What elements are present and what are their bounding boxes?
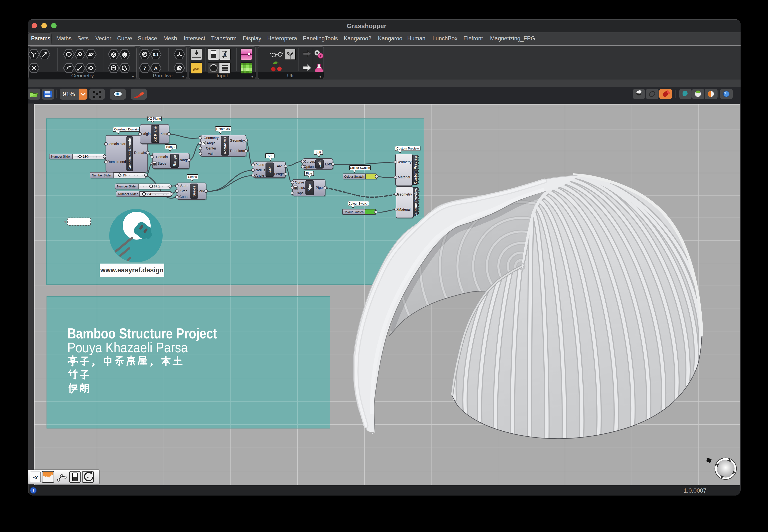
svg-text:Angle: Angle: [256, 173, 264, 177]
svg-text:PanelingTools: PanelingTools: [303, 35, 338, 42]
svg-text:Loft: Loft: [325, 162, 331, 166]
svg-text:Bamboo Structure Project: Bamboo Structure Project: [67, 325, 217, 342]
svg-text:180: 180: [83, 155, 88, 158]
svg-text:XZ Plane: XZ Plane: [148, 117, 161, 120]
svg-text:Mesh: Mesh: [163, 35, 177, 42]
svg-text:Pipe: Pipe: [306, 172, 312, 175]
svg-text:Elefront: Elefront: [463, 35, 483, 42]
svg-text:www.easyref.design: www.easyref.design: [100, 266, 164, 274]
svg-text:Kangaroo: Kangaroo: [378, 35, 402, 42]
svg-text:Number Slider: Number Slider: [117, 185, 137, 188]
svg-text:Colour Swatch: Colour Swatch: [349, 202, 368, 205]
svg-text:Domain end: Domain end: [107, 160, 126, 164]
svg-text:Kangaroo2: Kangaroo2: [344, 35, 372, 42]
svg-text:Origin: Origin: [141, 132, 150, 136]
svg-text:Geometry: Geometry: [397, 192, 412, 196]
svg-text:Domain: Domain: [156, 155, 168, 159]
svg-text:Sets: Sets: [77, 35, 89, 42]
svg-text:Number Slider: Number Slider: [118, 192, 138, 196]
svg-text:Colour Swatch: Colour Swatch: [350, 166, 370, 170]
svg-text:Util: Util: [287, 73, 294, 78]
svg-text:Rotate 3D: Rotate 3D: [216, 127, 230, 131]
svg-text:Maths: Maths: [56, 35, 72, 42]
svg-text:Primitive: Primitive: [153, 73, 173, 78]
svg-text:Axis: Axis: [208, 152, 214, 156]
svg-text:Range: Range: [178, 158, 188, 162]
svg-text:Display: Display: [243, 35, 261, 42]
svg-text:Pipe: Pipe: [316, 186, 323, 190]
svg-text:Custom Preview: Custom Preview: [396, 147, 419, 150]
svg-text:Params: Params: [31, 35, 50, 42]
svg-text:91%: 91%: [63, 91, 75, 97]
svg-text:Construct Domain: Construct Domain: [127, 138, 132, 170]
svg-text:Colour Swatch: Colour Swatch: [344, 210, 363, 214]
svg-text:Pipe: Pipe: [308, 184, 312, 192]
svg-text:Center: Center: [206, 146, 216, 150]
svg-text:Arc: Arc: [268, 154, 272, 158]
svg-text:Length: Length: [274, 172, 285, 176]
svg-text:Step: Step: [180, 189, 187, 193]
svg-text:Range: Range: [172, 155, 176, 166]
svg-text:LunchBox: LunchBox: [432, 35, 458, 42]
svg-text:✱: ✱: [294, 186, 297, 190]
svg-text:1.0.0007: 1.0.0007: [684, 487, 706, 494]
svg-text:Material: Material: [398, 175, 410, 179]
svg-text:5: 5: [224, 53, 226, 57]
svg-text:▼: ▼: [251, 75, 254, 79]
svg-text:!: !: [33, 488, 34, 493]
svg-text:Domain start: Domain start: [107, 142, 126, 146]
svg-text:Start: Start: [180, 184, 187, 188]
svg-text:XZ Plane: XZ Plane: [153, 126, 157, 142]
svg-text:15: 15: [122, 173, 126, 177]
svg-text:Material: Material: [398, 208, 411, 211]
svg-text:Transform: Transform: [230, 149, 245, 153]
svg-text:Curve: Curve: [295, 180, 304, 184]
svg-text:Number Slider: Number Slider: [51, 155, 71, 158]
svg-text:Vector: Vector: [95, 35, 111, 42]
svg-text:Series: Series: [188, 175, 197, 179]
svg-text:Colour Swatch: Colour Swatch: [344, 175, 364, 178]
svg-text:Angle: Angle: [207, 141, 216, 145]
svg-text:Plane: Plane: [159, 132, 168, 136]
svg-text:Options: Options: [304, 165, 315, 169]
svg-text:Plane: Plane: [256, 163, 264, 167]
svg-text:Pouya Khazaeli Parsa: Pouya Khazaeli Parsa: [67, 340, 188, 355]
svg-text:Grasshopper: Grasshopper: [347, 22, 386, 30]
svg-text:Surface: Surface: [138, 35, 157, 42]
svg-text:▼: ▼: [131, 75, 135, 79]
svg-text:Loft: Loft: [317, 161, 322, 167]
svg-text:Construct Domain: Construct Domain: [114, 128, 138, 131]
svg-text:Series: Series: [192, 185, 196, 197]
svg-text:Curve: Curve: [117, 35, 132, 42]
svg-text:Geometry: Geometry: [71, 73, 94, 78]
svg-text:0.1: 0.1: [153, 52, 159, 57]
svg-text:Transform: Transform: [211, 35, 237, 42]
svg-text:Custom Preview: Custom Preview: [414, 188, 418, 216]
svg-text:-x: -x: [33, 474, 38, 480]
svg-text:Geometry: Geometry: [396, 160, 411, 164]
svg-text:Arc: Arc: [268, 167, 272, 173]
svg-text:7: 7: [143, 65, 146, 71]
svg-text:Radius: Radius: [255, 168, 265, 172]
svg-text:▼: ▼: [182, 75, 185, 79]
svg-text:A: A: [154, 65, 157, 71]
svg-text:37.1: 37.1: [154, 185, 160, 188]
svg-text:2.4: 2.4: [147, 192, 151, 196]
svg-text:✱: ✱: [153, 162, 156, 166]
svg-text:Heteroptera: Heteroptera: [267, 35, 297, 42]
svg-text:Range: Range: [166, 145, 175, 149]
svg-text:▼: ▼: [319, 75, 322, 79]
svg-text:Human: Human: [407, 35, 425, 42]
svg-text:Count: Count: [179, 195, 188, 199]
svg-text:Rotate 3D: Rotate 3D: [223, 137, 227, 154]
svg-text:Arc: Arc: [277, 164, 282, 168]
svg-text:Loft: Loft: [316, 151, 321, 154]
svg-text:Domain: Domain: [134, 151, 146, 155]
svg-text:Geometry: Geometry: [204, 136, 219, 140]
svg-text:Geometry: Geometry: [230, 139, 245, 142]
svg-text:Intersect: Intersect: [184, 35, 206, 42]
svg-text:Magnetizing_FPG: Magnetizing_FPG: [490, 35, 535, 42]
svg-text:Steps: Steps: [157, 162, 166, 165]
svg-text:Custom Preview: Custom Preview: [413, 155, 417, 184]
svg-text:Number Slider: Number Slider: [92, 174, 111, 177]
